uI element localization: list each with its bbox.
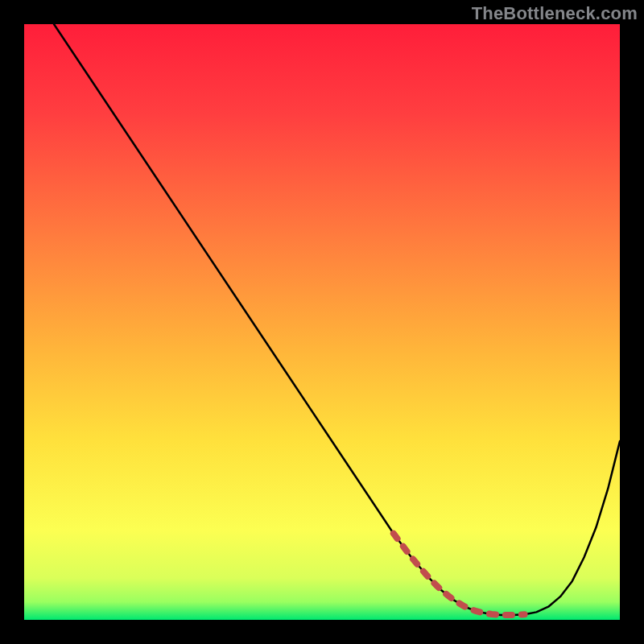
curve-layer <box>24 24 620 620</box>
plot-area <box>24 24 620 620</box>
main-curve <box>54 24 620 615</box>
flat-zone-marker <box>394 534 525 615</box>
watermark-text: TheBottleneck.com <box>472 3 638 24</box>
outer-frame: TheBottleneck.com <box>0 0 644 644</box>
